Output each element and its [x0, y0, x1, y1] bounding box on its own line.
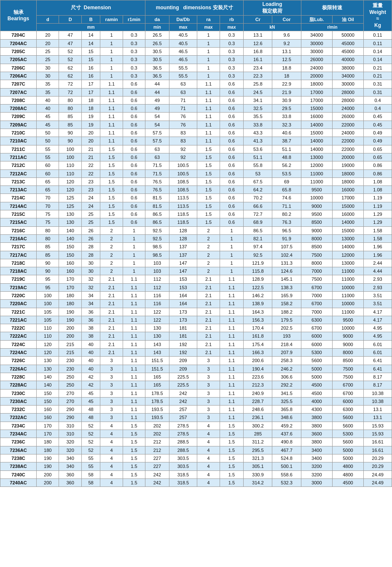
- table-cell: 236.1: [244, 414, 272, 422]
- table-row: 7205C25521510.330.546.510.316.813.130000…: [0, 48, 392, 56]
- table-row: 7215C75130251.50.686.5118.51.50.672.780.…: [0, 210, 392, 218]
- table-cell: 0.6: [123, 218, 145, 226]
- table-cell: 1.1: [220, 340, 243, 348]
- header-row-3: mm min max max max kN r/min: [0, 24, 392, 31]
- table-cell: 71.5: [145, 161, 169, 169]
- table-cell: 7213C: [0, 177, 37, 185]
- table-cell: 160: [37, 406, 59, 414]
- table-cell: 212.3: [244, 381, 272, 389]
- table-cell: 1.1: [220, 275, 243, 283]
- table-cell: 66.6: [244, 202, 272, 210]
- table-cell: 110: [59, 169, 81, 177]
- table-cell: 270: [59, 397, 81, 405]
- table-cell: 7208AC: [0, 105, 37, 113]
- table-cell: 2: [197, 234, 220, 242]
- table-cell: 96.5: [272, 226, 301, 234]
- table-cell: 278.5: [169, 430, 197, 438]
- table-cell: 1.5: [197, 161, 220, 169]
- table-cell: 25: [37, 48, 59, 56]
- table-cell: 40: [37, 105, 59, 113]
- table-cell: 19000: [332, 161, 363, 169]
- table-cell: 15000: [332, 226, 363, 234]
- table-cell: 12.6: [244, 39, 272, 47]
- table-cell: 1.1: [123, 373, 145, 381]
- table-cell: 288.5: [169, 446, 197, 454]
- table-cell: 36: [81, 308, 100, 316]
- table-cell: 40: [37, 96, 59, 104]
- col-header-D: D: [59, 16, 81, 24]
- table-cell: 24.5: [244, 88, 272, 96]
- table-cell: 130: [145, 324, 169, 332]
- table-cell: 1: [123, 226, 145, 234]
- table-row: 7206AC30621610.336.555.510.322.318200003…: [0, 72, 392, 80]
- table-cell: 16000: [332, 186, 363, 194]
- table-cell: 24000: [332, 105, 363, 113]
- table-cell: 7215C: [0, 210, 37, 218]
- table-cell: 242: [169, 389, 197, 397]
- table-cell: 80: [37, 234, 59, 242]
- table-cell: 1.5: [123, 462, 145, 470]
- table-cell: 2.1: [100, 308, 123, 316]
- table-cell: 3600: [301, 430, 332, 438]
- table-cell: 348.6: [272, 414, 301, 422]
- table-cell: 131.3: [272, 259, 301, 267]
- table-cell: 0.21: [364, 64, 392, 72]
- table-cell: 1.5: [197, 194, 220, 202]
- table-cell: 105: [37, 308, 59, 316]
- table-cell: 1.5: [100, 186, 123, 194]
- table-cell: 25: [37, 56, 59, 64]
- table-cell: 0.14: [364, 56, 392, 64]
- table-cell: 92.5: [145, 234, 169, 242]
- table-cell: 1.5: [100, 202, 123, 210]
- table-cell: 160: [37, 414, 59, 422]
- table-cell: 0.65: [364, 145, 392, 153]
- table-cell: 1: [123, 267, 145, 275]
- table-cell: 30.9: [272, 96, 301, 104]
- table-cell: 18: [81, 96, 100, 104]
- table-cell: 170: [37, 430, 59, 438]
- table-cell: 1.1: [123, 283, 145, 291]
- table-cell: 3400: [301, 446, 332, 454]
- table-cell: 4: [100, 430, 123, 438]
- table-cell: 2.1: [197, 291, 220, 299]
- table-cell: 30: [37, 64, 59, 72]
- table-cell: 1.1: [220, 308, 243, 316]
- table-cell: 6000: [301, 332, 332, 340]
- table-cell: 365.8: [272, 406, 301, 414]
- table-cell: 1: [100, 31, 123, 39]
- table-cell: 25.8: [244, 80, 272, 88]
- table-cell: 6000: [301, 340, 332, 348]
- table-cell: 86.5: [244, 226, 272, 234]
- table-cell: 340: [59, 454, 81, 462]
- table-cell: 7222AC: [0, 332, 37, 340]
- table-cell: 8500: [301, 218, 332, 226]
- table-cell: 0.6: [123, 113, 145, 121]
- table-cell: 0.6: [123, 121, 145, 129]
- table-cell: 0.6: [220, 202, 243, 210]
- table-cell: 7214C: [0, 194, 37, 202]
- table-cell: 44: [145, 88, 169, 96]
- table-cell: 20: [37, 39, 59, 47]
- table-cell: 1.5: [220, 430, 243, 438]
- table-row: 7221C105190362.11.11221732.11.1164.3188.…: [0, 308, 392, 316]
- table-cell: 53.5: [272, 169, 301, 177]
- table-cell: 4: [197, 422, 220, 430]
- table-cell: 3800: [301, 414, 332, 422]
- table-cell: 90: [37, 259, 59, 267]
- table-cell: 50: [37, 129, 59, 137]
- table-cell: 202: [145, 430, 169, 438]
- table-cell: 258.3: [272, 357, 301, 365]
- table-cell: 40.6: [272, 129, 301, 137]
- table-cell: 4500: [332, 478, 363, 486]
- table-cell: 1.29: [364, 218, 392, 226]
- bearing-table: 轴承Bearings 尺寸 Demension mounting dimensi…: [0, 0, 392, 487]
- table-cell: 22.3: [244, 72, 272, 80]
- table-cell: 7212C: [0, 161, 37, 169]
- table-cell: 13000: [301, 153, 332, 161]
- table-cell: 7218C: [0, 259, 37, 267]
- table-cell: 140: [37, 381, 59, 389]
- table-cell: 137: [169, 243, 197, 251]
- table-cell: 122.5: [244, 283, 272, 291]
- table-cell: 85: [37, 251, 59, 259]
- table-cell: 138.9: [244, 300, 272, 308]
